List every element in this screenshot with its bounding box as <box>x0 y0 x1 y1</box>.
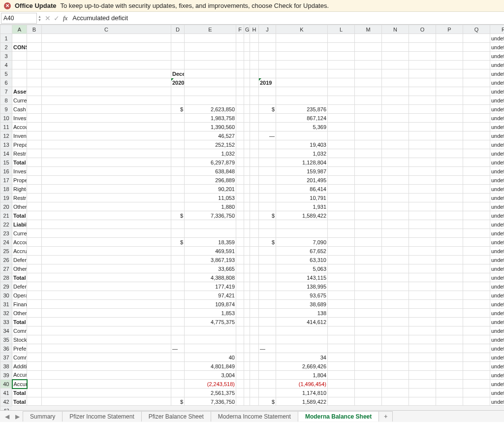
cell-P37[interactable] <box>436 353 463 362</box>
cancel-icon[interactable]: ✕ <box>43 14 52 22</box>
cell-C7[interactable] <box>42 87 171 96</box>
cell-B26[interactable] <box>27 256 42 264</box>
cell-C1[interactable] <box>42 34 171 43</box>
sheet-tab-pfizer-income-statement[interactable]: Pfizer Income Statement <box>62 411 141 422</box>
cell-O23[interactable] <box>409 229 436 238</box>
cell-Q11[interactable] <box>463 123 490 131</box>
cell-L31[interactable] <box>328 300 355 309</box>
cell-O13[interactable] <box>409 140 436 149</box>
cell-C17[interactable] <box>42 176 171 185</box>
cell-K36[interactable] <box>276 344 328 353</box>
cell-K10[interactable]: 867,124 <box>276 114 328 123</box>
cell-C28[interactable] <box>42 273 171 282</box>
cell-C8[interactable] <box>42 96 171 105</box>
cell-O29[interactable] <box>409 282 436 291</box>
cell-K35[interactable] <box>276 335 328 344</box>
cell-A39[interactable]: Accumulated other comprehensive gain <box>12 371 27 380</box>
cell-Q10[interactable] <box>463 114 490 123</box>
cell-D1[interactable] <box>171 34 185 43</box>
cell-D5[interactable]: December 31, <box>171 69 185 78</box>
cell-O9[interactable] <box>409 105 436 114</box>
col-header-A[interactable]: A <box>12 25 27 34</box>
cell-M25[interactable] <box>355 247 382 256</box>
row-header-4[interactable]: 4 <box>0 61 12 69</box>
cell-K17[interactable]: 201,495 <box>276 176 328 185</box>
cell-K8[interactable] <box>276 96 328 105</box>
row-header-29[interactable]: 29 <box>0 282 12 291</box>
cell-A38[interactable]: Additional paid-in capital <box>12 362 27 371</box>
cell-A5[interactable] <box>12 69 27 78</box>
cell-Q2[interactable] <box>463 43 490 52</box>
cell-G23[interactable] <box>244 229 250 238</box>
cell-K13[interactable]: 19,403 <box>276 140 328 149</box>
cell-K22[interactable] <box>276 220 328 229</box>
cell-L18[interactable] <box>328 185 355 194</box>
cell-D17[interactable] <box>171 176 185 185</box>
cell-E14[interactable]: 1,032 <box>185 149 236 158</box>
cell-Q29[interactable] <box>463 282 490 291</box>
cell-Q16[interactable] <box>463 167 490 176</box>
row-header-38[interactable]: 38 <box>0 362 12 371</box>
cell-F7[interactable] <box>236 87 244 96</box>
row-header-36[interactable]: 36 <box>0 344 12 353</box>
cell-J17[interactable] <box>259 176 276 185</box>
cell-H31[interactable] <box>250 300 259 309</box>
cell-R2[interactable]: undefined <box>490 43 504 52</box>
cell-A30[interactable]: Operating lease liabilities, non-current <box>12 291 27 300</box>
row-header-16[interactable]: 16 <box>0 167 12 176</box>
cell-H38[interactable] <box>250 362 259 371</box>
cell-Q32[interactable] <box>463 309 490 318</box>
cell-D35[interactable] <box>171 335 185 344</box>
cell-F12[interactable] <box>236 131 244 140</box>
cell-H11[interactable] <box>250 123 259 131</box>
cell-D40[interactable] <box>171 380 185 389</box>
cell-K18[interactable]: 86,414 <box>276 185 328 194</box>
cell-C4[interactable] <box>42 61 171 69</box>
cell-M19[interactable] <box>355 194 382 202</box>
cell-G6[interactable] <box>244 78 250 87</box>
cell-J26[interactable] <box>259 256 276 264</box>
cell-G14[interactable] <box>244 149 250 158</box>
cell-E4[interactable] <box>185 61 236 69</box>
cell-G35[interactable] <box>244 335 250 344</box>
cell-P31[interactable] <box>436 300 463 309</box>
cell-F8[interactable] <box>236 96 244 105</box>
cell-J41[interactable] <box>259 389 276 397</box>
cell-D27[interactable] <box>171 264 185 273</box>
cell-M35[interactable] <box>355 335 382 344</box>
cell-D13[interactable] <box>171 140 185 149</box>
cell-H33[interactable] <box>250 318 259 326</box>
cell-E27[interactable]: 33,665 <box>185 264 236 273</box>
cell-K5[interactable] <box>276 69 328 78</box>
cell-M9[interactable] <box>355 105 382 114</box>
cell-M1[interactable] <box>355 34 382 43</box>
cell-E3[interactable] <box>185 52 236 61</box>
cell-B29[interactable] <box>27 282 42 291</box>
cell-M6[interactable] <box>355 78 382 87</box>
cell-J18[interactable] <box>259 185 276 194</box>
cell-G34[interactable] <box>244 326 250 335</box>
cell-R24[interactable]: undefined <box>490 238 504 247</box>
cell-A23[interactable]: Current liabilities: <box>12 229 27 238</box>
cell-C37[interactable] <box>42 353 171 362</box>
cell-H10[interactable] <box>250 114 259 123</box>
cell-J11[interactable] <box>259 123 276 131</box>
cell-H8[interactable] <box>250 96 259 105</box>
row-header-21[interactable]: 21 <box>0 211 12 220</box>
cell-B37[interactable] <box>27 353 42 362</box>
cell-D23[interactable] <box>171 229 185 238</box>
cell-M33[interactable] <box>355 318 382 326</box>
cell-K30[interactable]: 93,675 <box>276 291 328 300</box>
cell-N11[interactable] <box>382 123 409 131</box>
cell-K25[interactable]: 67,652 <box>276 247 328 256</box>
row-header-2[interactable]: 2 <box>0 43 12 52</box>
cell-A22[interactable]: Liabilities and Stockholders' Equity <box>12 220 27 229</box>
cell-K29[interactable]: 138,995 <box>276 282 328 291</box>
row-header-22[interactable]: 22 <box>0 220 12 229</box>
cell-D4[interactable] <box>171 61 185 69</box>
cell-A42[interactable]: Total liabilities and stockholders' equi… <box>12 397 27 406</box>
cell-J29[interactable] <box>259 282 276 291</box>
cell-M32[interactable] <box>355 309 382 318</box>
cell-O7[interactable] <box>409 87 436 96</box>
cell-E32[interactable]: 1,853 <box>185 309 236 318</box>
